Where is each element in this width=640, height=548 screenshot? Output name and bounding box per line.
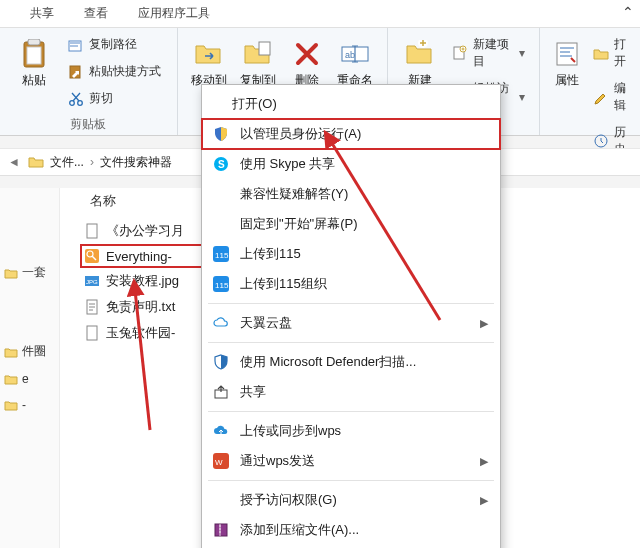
svg-rect-2 — [27, 47, 41, 64]
properties-icon — [551, 38, 583, 70]
ctx-skype-share[interactable]: S 使用 Skype 共享 — [202, 149, 500, 179]
svg-text:S: S — [218, 159, 225, 170]
folder-icon — [28, 154, 44, 170]
defender-icon — [212, 353, 230, 371]
delete-button[interactable]: 删除 — [285, 34, 328, 87]
svg-text:115: 115 — [215, 281, 229, 290]
cloud-upload-icon — [212, 422, 230, 440]
move-to-button[interactable]: 移动到 — [188, 34, 231, 87]
menu-separator — [208, 342, 494, 343]
ctx-open[interactable]: 打开(O) — [202, 89, 500, 119]
paste-shortcut-button[interactable]: 粘贴快捷方式 — [64, 61, 165, 82]
sidebar-item[interactable]: - — [2, 392, 57, 418]
shield-icon — [212, 125, 230, 143]
group-label-clipboard: 剪贴板 — [10, 114, 167, 133]
tab-view[interactable]: 查看 — [84, 5, 108, 22]
rename-icon: ab — [339, 38, 371, 70]
menu-separator — [208, 303, 494, 304]
tab-share[interactable]: 共享 — [30, 5, 54, 22]
sidebar-item[interactable]: 一套 — [2, 258, 57, 287]
svg-rect-1 — [28, 39, 40, 45]
clipboard-icon — [18, 38, 50, 70]
copy-to-button[interactable]: 复制到 — [237, 34, 280, 87]
svg-text:JPG: JPG — [86, 279, 98, 285]
cloud-icon — [212, 314, 230, 332]
svg-rect-22 — [87, 326, 97, 340]
cut-button[interactable]: 剪切 — [64, 88, 165, 109]
svg-rect-16 — [87, 224, 97, 238]
ribbon-group-clipboard: 粘贴 复制路径 粘贴快捷方式 剪切 剪贴板 — [0, 28, 178, 135]
ctx-tianyi[interactable]: 天翼云盘 ▶ — [202, 308, 500, 338]
collapse-ribbon-icon[interactable]: ⌃ — [622, 4, 634, 20]
properties-button[interactable]: 属性 — [550, 34, 583, 87]
tab-app-tools[interactable]: 应用程序工具 — [138, 5, 210, 22]
exe-icon — [84, 248, 100, 264]
folder-move-icon — [193, 38, 225, 70]
new-item-button[interactable]: 新建项目▾ — [448, 34, 529, 72]
sidebar-item[interactable]: e — [2, 366, 57, 392]
svg-text:W: W — [215, 458, 223, 467]
chevron-right-icon: ▶ — [480, 317, 488, 330]
paste-button[interactable]: 粘贴 — [10, 34, 58, 87]
ctx-add-archive[interactable]: 添加到压缩文件(A)... — [202, 515, 500, 545]
left-sidebar: 一套 件圈 e - — [0, 188, 60, 548]
svg-point-5 — [70, 100, 75, 105]
jpg-icon: JPG — [84, 273, 100, 289]
ctx-wps-send[interactable]: W 通过wps发送 ▶ — [202, 446, 500, 476]
copy-path-button[interactable]: 复制路径 — [64, 34, 165, 55]
ctx-defender-scan[interactable]: 使用 Microsoft Defender扫描... — [202, 347, 500, 377]
rename-button[interactable]: ab 重命名 — [334, 34, 377, 87]
new-folder-icon — [404, 38, 436, 70]
wps-icon: W — [212, 452, 230, 470]
history-icon — [593, 133, 609, 149]
sidebar-item[interactable]: 件圈 — [2, 337, 57, 366]
copy-path-icon — [68, 37, 84, 53]
edit-icon — [593, 89, 609, 105]
chevron-right-icon: ▶ — [480, 494, 488, 507]
folder-open-icon — [593, 45, 609, 61]
svg-point-6 — [78, 100, 83, 105]
shortcut-icon — [68, 64, 84, 80]
open-button[interactable]: 打开 — [589, 34, 630, 72]
ctx-pin-start[interactable]: 固定到"开始"屏幕(P) — [202, 209, 500, 239]
edit-button[interactable]: 编辑 — [589, 78, 630, 116]
svg-text:115: 115 — [215, 251, 229, 260]
svg-rect-7 — [259, 42, 270, 55]
archive-icon — [212, 521, 230, 539]
menu-separator — [208, 411, 494, 412]
ribbon-tabs: 共享 查看 应用程序工具 ⌃ — [0, 0, 640, 28]
doc-icon — [84, 223, 100, 239]
ctx-run-as-admin[interactable]: 以管理员身份运行(A) — [202, 119, 500, 149]
chevron-right-icon: ▶ — [480, 455, 488, 468]
115-icon: 115 — [212, 245, 230, 263]
ctx-grant-access[interactable]: 授予访问权限(G) ▶ — [202, 485, 500, 515]
ctx-upload-115[interactable]: 115 上传到115 — [202, 239, 500, 269]
delete-x-icon — [291, 38, 323, 70]
ctx-upload-115-org[interactable]: 115 上传到115组织 — [202, 269, 500, 299]
new-item-icon — [452, 45, 468, 61]
context-menu: 打开(O) 以管理员身份运行(A) S 使用 Skype 共享 兼容性疑难解答(… — [201, 84, 501, 548]
menu-separator — [208, 480, 494, 481]
svg-text:ab: ab — [345, 50, 355, 60]
breadcrumb[interactable]: 文件... › 文件搜索神器 — [28, 154, 172, 171]
ctx-share[interactable]: 共享 — [202, 377, 500, 407]
115-icon: 115 — [212, 275, 230, 293]
ctx-compatibility[interactable]: 兼容性疑难解答(Y) — [202, 179, 500, 209]
share-icon — [212, 383, 230, 401]
column-header-name[interactable]: 名称 — [90, 192, 116, 210]
ribbon-group-open: 属性 打开 编辑 历史 — [540, 28, 640, 135]
txt-icon — [84, 299, 100, 315]
scissors-icon — [68, 91, 84, 107]
folder-copy-icon — [242, 38, 274, 70]
ctx-wps-upload[interactable]: 上传或同步到wps — [202, 416, 500, 446]
nav-back-icon[interactable]: ◄ — [8, 155, 20, 169]
doc-icon — [84, 325, 100, 341]
skype-icon: S — [212, 155, 230, 173]
